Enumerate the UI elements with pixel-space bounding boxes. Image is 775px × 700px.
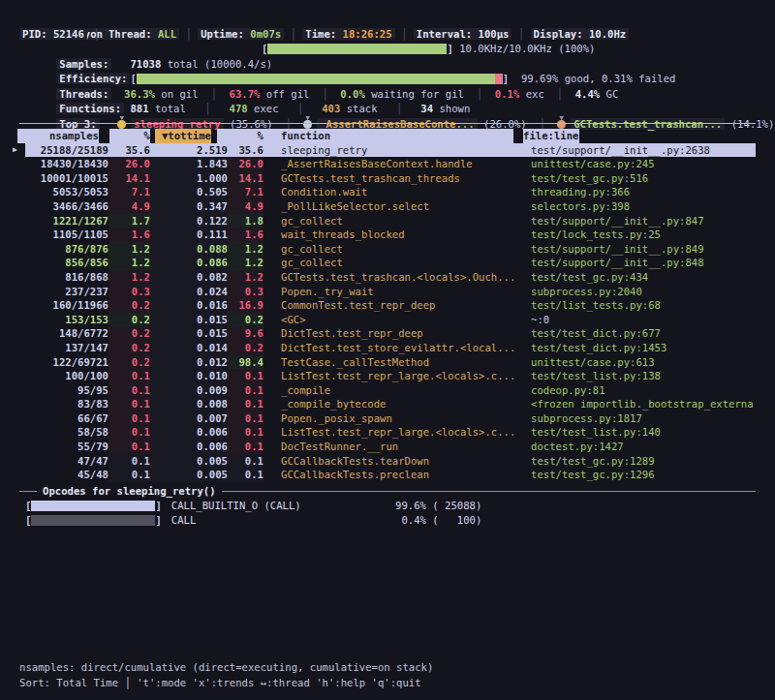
info-group: Thread: ALL xyxy=(106,28,179,40)
pct-cumulative-cell: 4.9 xyxy=(228,199,264,214)
pct-direct-cell: 0.1 xyxy=(108,411,150,426)
info-group: Display: 10.0Hz xyxy=(531,28,630,40)
nsamples-cell: 1105/1105 xyxy=(25,228,108,242)
table-row[interactable]: 45/480.10.0050.1GCCallbackTests.preclean… xyxy=(25,468,756,482)
file-line-cell: threading.py:366 xyxy=(531,185,756,199)
table-row[interactable]: 55/790.10.0060.1DocTestRunner.__rundocte… xyxy=(25,440,756,454)
pct-direct-cell: 0.1 xyxy=(108,383,150,398)
table-row[interactable]: ▶25188/2518935.62.51935.6sleeping_retryt… xyxy=(25,143,756,158)
function-cell: DictTest.test_repr_deep xyxy=(281,326,523,341)
file-line-cell: selectors.py:398 xyxy=(531,199,756,214)
bar-close-bracket: ] xyxy=(155,514,161,526)
tottime-cell: 0.005 xyxy=(150,468,228,482)
table-row[interactable]: 876/8761.20.0881.2gc_collecttest/support… xyxy=(25,242,756,257)
pct-direct-cell: 0.2 xyxy=(108,313,150,327)
info-group: Uptime: 0m07s xyxy=(198,28,284,40)
file-line-cell: test/lock_tests.py:25 xyxy=(531,228,756,242)
table-row[interactable]: 100/1000.10.0100.1ListTest.test_repr_lar… xyxy=(25,369,756,383)
table-row[interactable]: 816/8681.20.0821.2GCTests.test_trashcan.… xyxy=(25,270,756,285)
tottime-cell: 0.009 xyxy=(150,383,228,398)
info-label: Thread: xyxy=(108,28,158,40)
table-row[interactable]: 137/1470.20.0140.2DictTest.test_store_ev… xyxy=(25,341,756,355)
tottime-cell: 0.347 xyxy=(150,199,228,214)
column-header-pct-direct[interactable]: % xyxy=(109,129,150,143)
function-cell: CommonTest.test_repr_deep xyxy=(281,298,523,313)
opcode-percent: 0.4% ( 100) xyxy=(395,513,481,528)
footer-keybindings-line: Sort: Total Time │ 't':mode 'x':trends ↔… xyxy=(19,676,421,691)
table-row[interactable]: 148/67720.20.0159.6DictTest.test_repr_de… xyxy=(25,326,756,341)
table-row[interactable]: 58/580.10.0060.1ListTest.test_repr_large… xyxy=(25,425,756,440)
function-cell: gc_collect xyxy=(281,242,523,257)
pct-cumulative-cell: 35.6 xyxy=(228,143,264,158)
nsamples-cell: 83/83 xyxy=(25,397,108,411)
pct-cumulative-cell: 0.1 xyxy=(228,440,264,454)
table-row[interactable]: 47/470.10.0050.1GCCallbackTests.tearDown… xyxy=(25,454,756,469)
tottime-cell: 0.082 xyxy=(150,270,228,285)
file-line-cell: test/test_list.py:138 xyxy=(531,369,756,383)
table-row[interactable]: 66/670.10.0070.1Popen._posix_spawnsubpro… xyxy=(25,411,756,426)
pct-cumulative-cell: 0.1 xyxy=(228,369,264,383)
pct-direct-cell: 0.1 xyxy=(108,369,150,383)
table-row[interactable]: 122/697210.20.01298.4TestCase._callTestM… xyxy=(25,355,756,370)
nsamples-cell: 58/58 xyxy=(25,425,108,440)
tottime-cell: 0.007 xyxy=(150,411,228,426)
column-header-tottime-sort-desc[interactable]: ▼tottime xyxy=(155,129,211,143)
column-header-pct-cumulative[interactable]: % xyxy=(217,129,264,143)
info-label: Uptime: xyxy=(201,28,250,40)
column-header-file-line[interactable]: file:line xyxy=(523,129,579,143)
function-cell: Condition.wait xyxy=(281,185,523,199)
pct-direct-cell: 1.2 xyxy=(108,270,150,285)
nsamples-cell: 3466/3466 xyxy=(25,199,108,214)
table-row[interactable]: 856/8561.20.0861.2gc_collecttest/support… xyxy=(25,256,756,270)
samples-bar-group: [] 10.0KHz/10.0KHz (100%) xyxy=(262,42,595,57)
nsamples-cell: 816/868 xyxy=(25,270,108,285)
info-label: Interval: xyxy=(417,28,479,40)
samples-rate-bar xyxy=(267,44,447,54)
table-row[interactable]: 95/950.10.0090.1_compilecodeop.py:81 xyxy=(25,383,756,398)
pct-direct-cell: 1.7 xyxy=(108,214,150,228)
table-row[interactable]: 83/830.10.0080.1_compile_bytecode<frozen… xyxy=(25,397,756,411)
opcode-share-bar xyxy=(31,501,155,511)
tottime-cell: 0.016 xyxy=(150,298,228,313)
pct-cumulative-cell: 7.1 xyxy=(228,185,264,199)
file-line-cell: subprocess.py:2040 xyxy=(531,285,756,299)
header-separator xyxy=(19,123,756,124)
file-line-cell: test/test_dict.py:677 xyxy=(531,326,756,341)
nsamples-cell: 5053/5053 xyxy=(25,185,108,199)
table-row[interactable]: 153/1530.20.0150.2<GC>~:0 xyxy=(25,313,756,327)
function-cell: <GC> xyxy=(281,313,523,327)
nsamples-cell: 100/100 xyxy=(25,369,108,383)
tottime-cell: 1.000 xyxy=(150,171,228,186)
function-cell: wait_threads_blocked xyxy=(281,228,523,242)
table-body: ▶25188/2518935.62.51935.6sleeping_retryt… xyxy=(0,143,775,482)
tottime-cell: 0.006 xyxy=(150,440,228,454)
table-row[interactable]: 160/119660.20.01616.9CommonTest.test_rep… xyxy=(25,298,756,313)
function-cell: _compile_bytecode xyxy=(281,397,523,411)
opcode-share-bar xyxy=(31,515,155,526)
table-row[interactable]: 18430/1843026.01.84326.0_AssertRaisesBas… xyxy=(25,157,756,171)
pct-direct-cell: 26.0 xyxy=(108,157,150,171)
table-row[interactable]: 3466/34664.90.3474.9_PollLikeSelector.se… xyxy=(25,199,756,214)
table-row[interactable]: 1105/11051.60.1111.6wait_threads_blocked… xyxy=(25,228,756,242)
column-header-function[interactable]: function xyxy=(281,130,330,141)
pct-direct-cell: 0.1 xyxy=(108,468,150,482)
info-group: PID: 52146 xyxy=(19,28,87,40)
tottime-cell: 0.015 xyxy=(150,326,228,341)
function-cell: GCCallbackTests.preclean xyxy=(281,468,523,482)
file-line-cell: test/support/__init__.py:2638 xyxy=(531,143,756,158)
tottime-cell: 0.024 xyxy=(150,285,228,299)
column-header-nsamples[interactable]: nsamples xyxy=(17,129,99,143)
table-row[interactable]: 237/2370.30.0240.3Popen._try_waitsubproc… xyxy=(25,285,756,299)
tottime-cell: 0.122 xyxy=(150,214,228,228)
table-row[interactable]: 1221/12671.70.1221.8gc_collecttest/suppo… xyxy=(25,214,756,228)
file-line-cell: test/support/__init__.py:847 xyxy=(531,214,756,228)
selected-row-marker-icon: ▶ xyxy=(13,143,17,158)
file-line-cell: test/list_tests.py:68 xyxy=(531,298,756,313)
pct-direct-cell: 1.2 xyxy=(108,256,150,270)
separator-dash xyxy=(19,491,37,492)
silver-medal-icon xyxy=(303,120,312,129)
table-row[interactable]: 10001/1001514.11.00014.1GCTests.test_tra… xyxy=(25,171,756,186)
table-row[interactable]: 5053/50537.10.5057.1Condition.waitthread… xyxy=(25,185,756,199)
pct-cumulative-cell: 0.1 xyxy=(228,468,264,482)
top3-line: Top 3: sleeping_retry (35.6%) │ _AssertR… xyxy=(19,102,756,117)
